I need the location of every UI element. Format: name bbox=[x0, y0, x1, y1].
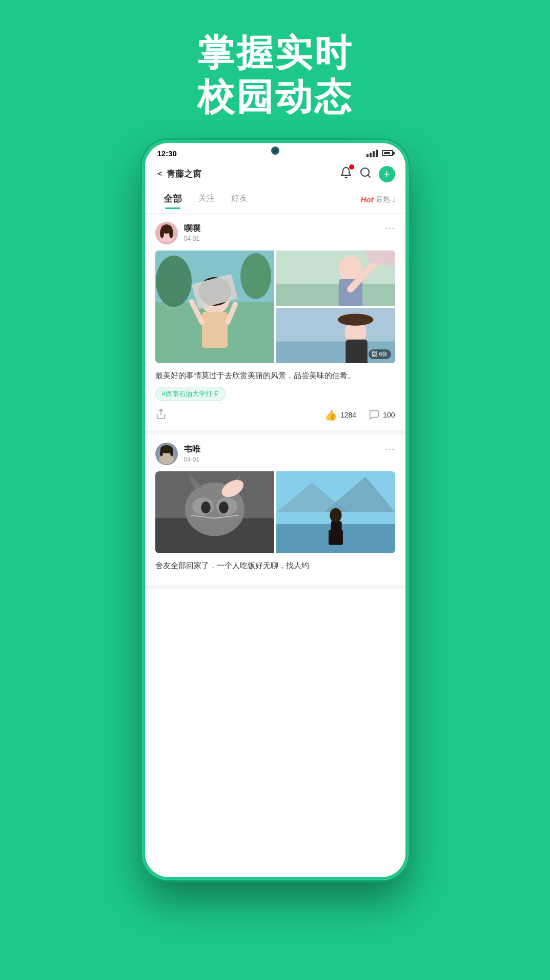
tab-friends[interactable]: 好友 bbox=[223, 191, 256, 208]
svg-line-1 bbox=[368, 175, 370, 177]
avatar-boy-svg bbox=[155, 443, 178, 465]
create-post-button[interactable]: + bbox=[379, 166, 395, 182]
post-1-tag[interactable]: #西南石油大学打卡 bbox=[155, 387, 395, 408]
share-icon bbox=[155, 408, 167, 420]
signal-icon bbox=[366, 150, 378, 157]
post-2-image-left[interactable] bbox=[155, 471, 274, 553]
post-1-comment-button[interactable]: 100 bbox=[369, 409, 395, 421]
post-1-top-right-svg bbox=[276, 251, 395, 306]
notification-badge bbox=[349, 164, 354, 170]
tab-bar: 全部 关注 好友 Hot 最热 ♩ bbox=[145, 189, 405, 214]
post-1-actions: 👍 1284 100 bbox=[155, 408, 395, 422]
post-1-more-button[interactable]: ··· bbox=[385, 222, 395, 234]
post-2-images bbox=[155, 471, 395, 553]
post-card-2: 韦唯 04-01 ··· bbox=[145, 434, 405, 589]
side-button-volume-down bbox=[138, 235, 140, 276]
hot-label: Hot bbox=[361, 195, 374, 204]
hero-line2: 校园动态 bbox=[0, 75, 550, 119]
svg-point-36 bbox=[170, 449, 173, 456]
post-1-main-svg bbox=[155, 251, 274, 363]
post-1-share-button[interactable] bbox=[155, 408, 167, 422]
svg-point-7 bbox=[169, 228, 173, 238]
svg-rect-55 bbox=[329, 530, 343, 545]
hero-line1: 掌握实时 bbox=[0, 31, 550, 75]
post-1-image-main[interactable] bbox=[155, 251, 274, 363]
post-1-image-bottom-right[interactable]: 🖼 6张 bbox=[276, 308, 395, 363]
post-1-username: 噗噗 bbox=[184, 223, 200, 234]
status-icons bbox=[366, 150, 393, 157]
svg-rect-29 bbox=[345, 340, 368, 363]
post-2-user-info: 韦唯 04-01 bbox=[184, 444, 200, 463]
svg-rect-13 bbox=[202, 312, 228, 348]
bell-button[interactable] bbox=[340, 166, 352, 182]
post-1-images: 🖼 6张 bbox=[155, 251, 395, 363]
search-icon bbox=[359, 166, 372, 179]
post-1-image-top-right[interactable] bbox=[276, 251, 395, 306]
post-card-1: 噗噗 04-01 ··· bbox=[145, 214, 405, 434]
nav-actions: + bbox=[340, 166, 395, 182]
svg-point-45 bbox=[219, 502, 229, 513]
phone-frame-outer: 12:30 bbox=[142, 140, 409, 880]
post-2-header: 韦唯 04-01 ··· bbox=[155, 443, 395, 465]
post-1-date: 04-01 bbox=[184, 235, 200, 242]
post-2-more-button[interactable]: ··· bbox=[385, 443, 395, 454]
post-2-date: 04-01 bbox=[184, 456, 200, 463]
plus-icon: + bbox=[383, 168, 390, 181]
nav-back-title[interactable]: ＜ 青藤之窗 bbox=[155, 168, 201, 180]
image-count: 6张 bbox=[379, 350, 388, 358]
nav-bar: ＜ 青藤之窗 bbox=[145, 160, 405, 189]
avatar-1 bbox=[155, 222, 178, 244]
svg-point-10 bbox=[156, 256, 192, 307]
nav-title: 青藤之窗 bbox=[167, 168, 201, 180]
post-2-right-svg bbox=[276, 471, 395, 553]
tab-following[interactable]: 关注 bbox=[190, 191, 223, 208]
svg-point-11 bbox=[240, 253, 271, 299]
phone-screen: 12:30 bbox=[145, 143, 405, 877]
image-count-badge: 🖼 6张 bbox=[369, 349, 391, 359]
svg-point-53 bbox=[330, 508, 341, 523]
post-2-username: 韦唯 bbox=[184, 444, 200, 455]
tab-all[interactable]: 全部 bbox=[155, 191, 190, 209]
comment-icon bbox=[369, 409, 380, 421]
post-1-user[interactable]: 噗噗 04-01 bbox=[155, 222, 200, 244]
phone-wrapper: 12:30 bbox=[0, 140, 550, 880]
post-2-left-svg bbox=[155, 471, 274, 553]
post-1-user-info: 噗噗 04-01 bbox=[184, 223, 200, 242]
svg-point-44 bbox=[201, 502, 211, 513]
side-button-volume-up bbox=[138, 201, 140, 227]
side-button-power bbox=[411, 222, 413, 263]
avatar-2 bbox=[155, 443, 178, 465]
post-2-image-right[interactable] bbox=[276, 471, 395, 553]
post-1-text: 最美好的事情莫过于去欣赏美丽的风景，品尝美味的佳肴。 bbox=[155, 369, 395, 382]
sort-icon: ♩ bbox=[392, 196, 395, 203]
post-2-user[interactable]: 韦唯 04-01 bbox=[155, 443, 200, 465]
post-1-like-button[interactable]: 👍 1284 bbox=[324, 409, 356, 421]
back-chevron-icon[interactable]: ＜ bbox=[155, 169, 164, 179]
search-button[interactable] bbox=[359, 166, 372, 182]
svg-point-35 bbox=[160, 449, 163, 456]
svg-point-28 bbox=[337, 314, 373, 325]
battery-icon bbox=[382, 150, 393, 156]
hero-section: 掌握实时 校园动态 bbox=[0, 0, 550, 140]
post-2-text: 舍友全部回家了，一个人吃饭好无聊，找人约 bbox=[155, 559, 395, 572]
app-content: ＜ 青藤之窗 bbox=[145, 160, 405, 877]
svg-rect-19 bbox=[276, 284, 395, 305]
post-1-header: 噗噗 04-01 ··· bbox=[155, 222, 395, 244]
notch bbox=[242, 143, 309, 158]
svg-point-6 bbox=[160, 228, 164, 238]
avatar-girl-svg bbox=[155, 222, 178, 244]
post-1-comment-count: 100 bbox=[383, 411, 395, 419]
most-label: 最热 bbox=[376, 195, 390, 204]
status-time: 12:30 bbox=[157, 149, 177, 158]
like-icon: 👍 bbox=[324, 409, 337, 421]
hot-sort[interactable]: Hot 最热 ♩ bbox=[361, 195, 395, 204]
front-camera bbox=[271, 147, 279, 155]
post-1-like-count: 1284 bbox=[340, 411, 356, 419]
